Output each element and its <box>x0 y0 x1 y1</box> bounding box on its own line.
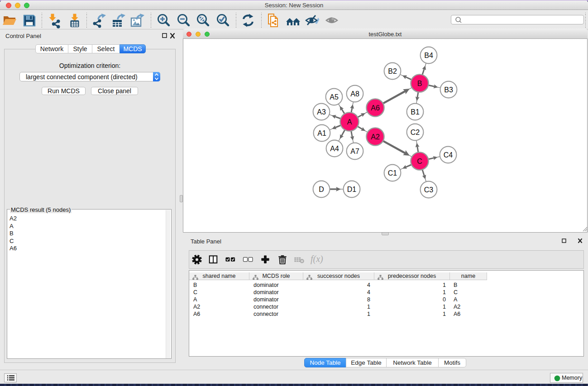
svg-text:A8: A8 <box>350 90 359 98</box>
svg-text:D1: D1 <box>347 186 357 193</box>
svg-text:A3: A3 <box>317 108 326 116</box>
svg-text:A1: A1 <box>317 129 326 137</box>
svg-text:A7: A7 <box>350 148 359 155</box>
svg-text:B: B <box>417 80 422 87</box>
svg-text:C1: C1 <box>388 169 397 177</box>
svg-text:A5: A5 <box>330 93 339 101</box>
svg-text:B2: B2 <box>388 67 397 75</box>
svg-text:C: C <box>417 157 422 165</box>
svg-text:A6: A6 <box>371 104 380 112</box>
svg-text:B1: B1 <box>411 108 420 116</box>
svg-text:B4: B4 <box>424 52 433 59</box>
svg-text:C4: C4 <box>444 151 453 159</box>
svg-text:C3: C3 <box>424 186 434 194</box>
svg-text:A2: A2 <box>371 133 380 141</box>
svg-text:A4: A4 <box>330 145 339 152</box>
svg-text:A: A <box>347 118 352 126</box>
svg-text:C2: C2 <box>411 129 420 136</box>
svg-text:D: D <box>319 186 324 193</box>
svg-text:B3: B3 <box>444 86 453 94</box>
